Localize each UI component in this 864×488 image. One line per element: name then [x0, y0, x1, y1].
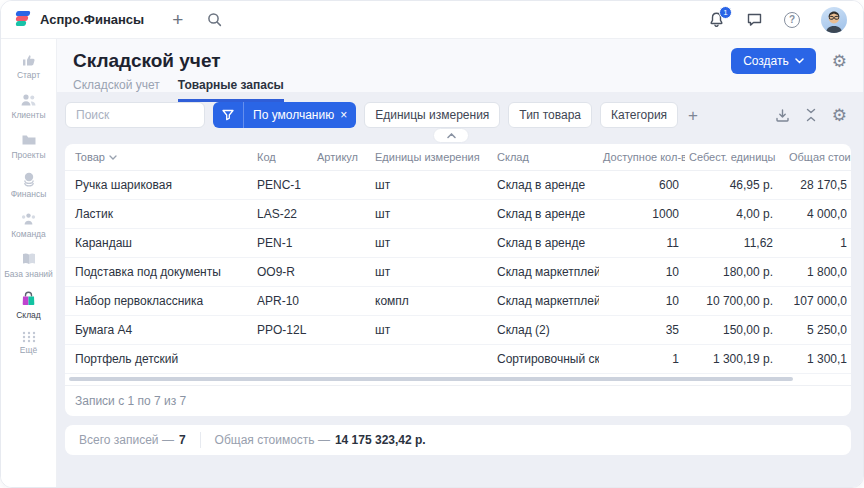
sidebar-item-knowledge-base[interactable]: База знаний	[2, 246, 56, 286]
table-row[interactable]: Подставка под документы OO9-R шт Склад м…	[65, 258, 851, 287]
chat-icon[interactable]	[746, 11, 763, 28]
cell-unit-cost: 11,62	[685, 236, 779, 250]
sidebar-item-label: Ещё	[20, 346, 37, 356]
col-product[interactable]: Товар	[65, 151, 247, 163]
scrollbar-thumb[interactable]	[69, 377, 793, 381]
sidebar-item-label: Клиенты	[11, 111, 45, 121]
table-row[interactable]: Ручка шариковая PENC-1 шт Склад в аренде…	[65, 171, 851, 200]
add-icon[interactable]: +	[172, 10, 183, 29]
col-available-qty[interactable]: Доступное кол-во	[599, 151, 685, 163]
cell-total: 28 170,5	[779, 178, 851, 192]
cell-unit: компл	[365, 294, 487, 308]
shop-bag-icon	[20, 291, 37, 308]
sort-chevron-icon	[109, 155, 117, 160]
sidebar-item-start[interactable]: Старт	[2, 47, 56, 87]
collapse-rows-icon[interactable]	[805, 108, 817, 122]
sidebar-item-more[interactable]: Ещё	[2, 326, 56, 362]
create-button-label: Создать	[743, 54, 789, 68]
cell-qty: 10	[599, 294, 685, 308]
sidebar-item-projects[interactable]: Проекты	[2, 127, 56, 167]
collapse-filters-button[interactable]	[433, 128, 469, 143]
col-total-cost[interactable]: Общая стоимость	[779, 151, 851, 163]
cell-code: OO9-R	[247, 265, 307, 279]
more-grid-icon	[22, 331, 36, 343]
cell-warehouse: Склад в аренде	[487, 178, 599, 192]
chevron-up-icon	[447, 133, 456, 139]
sidebar-item-team[interactable]: Команда	[2, 206, 56, 246]
cell-product: Подставка под документы	[65, 265, 247, 279]
cell-product: Ручка шариковая	[65, 178, 247, 192]
avatar[interactable]	[821, 7, 847, 33]
cell-code: PPO-12L	[247, 323, 307, 337]
settings-gear-icon[interactable]: ⚙	[832, 53, 847, 70]
cell-unit: шт	[365, 178, 487, 192]
sidebar-item-warehouse[interactable]: Склад	[2, 286, 56, 327]
search-input[interactable]	[65, 102, 205, 128]
table-row[interactable]: Набор первоклассника APR-10 компл Склад …	[65, 287, 851, 316]
page-title: Складской учет	[73, 50, 221, 72]
col-warehouse[interactable]: Склад	[487, 151, 599, 163]
table-row[interactable]: Карандаш PEN-1 шт Склад в аренде 11 11,6…	[65, 229, 851, 258]
cell-total: 5 250,0	[779, 323, 851, 337]
col-article[interactable]: Артикул	[307, 151, 365, 163]
filter-units-button[interactable]: Единицы измерения	[364, 102, 500, 128]
cell-qty: 35	[599, 323, 685, 337]
sidebar-item-label: Проекты	[11, 151, 45, 161]
table-row[interactable]: Ластик LAS-22 шт Склад в аренде 1000 4,0…	[65, 200, 851, 229]
create-button[interactable]: Создать	[731, 48, 816, 74]
coins-icon	[21, 171, 37, 187]
cell-total: 1 800,0	[779, 265, 851, 279]
cell-total: 1	[779, 236, 851, 250]
total-cost-label: Общая стоимость —	[215, 433, 330, 447]
filter-category-button[interactable]: Категория	[600, 102, 678, 128]
cell-product: Карандаш	[65, 236, 247, 250]
help-icon[interactable]: ?	[784, 12, 800, 28]
cell-total: 107 000,0	[779, 294, 851, 308]
table-row[interactable]: Портфель детский Сортировочный скла 1 1 …	[65, 345, 851, 374]
cell-unit-cost: 10 700,00 р.	[685, 294, 779, 308]
col-code[interactable]: Код	[247, 151, 307, 163]
cell-warehouse: Склад маркетплейса	[487, 265, 599, 279]
pagination-status: Записи с 1 по 7 из 7	[65, 385, 851, 416]
cell-warehouse: Склад (2)	[487, 323, 599, 337]
col-unit-cost[interactable]: Себест. единицы	[685, 151, 779, 163]
clients-icon	[20, 92, 37, 108]
book-icon	[21, 251, 37, 267]
download-icon[interactable]	[775, 108, 790, 123]
cell-code: LAS-22	[247, 207, 307, 221]
page-header: Складской учет Создать ⚙ Складской учет …	[57, 39, 863, 92]
search-icon[interactable]	[207, 12, 222, 27]
table-row[interactable]: Бумага А4 PPO-12L шт Склад (2) 35 150,00…	[65, 316, 851, 345]
inventory-table: Товар Код Артикул Единицы измерения Скла…	[65, 144, 851, 416]
sidebar-item-finances[interactable]: Финансы	[2, 166, 56, 206]
cell-unit: шт	[365, 236, 487, 250]
cell-product: Бумага А4	[65, 323, 247, 337]
app-logo-icon	[15, 11, 32, 28]
total-records-value: 7	[179, 433, 186, 447]
horizontal-scrollbar[interactable]	[69, 376, 847, 382]
cell-code: APR-10	[247, 294, 307, 308]
add-filter-icon[interactable]: +	[688, 107, 698, 124]
cell-warehouse: Склад в аренде	[487, 207, 599, 221]
thumbs-up-icon	[21, 52, 37, 68]
filter-product-type-button[interactable]: Тип товара	[508, 102, 592, 128]
main-area: Складской учет Создать ⚙ Складской учет …	[57, 39, 863, 488]
sidebar-item-clients[interactable]: Клиенты	[2, 87, 56, 127]
folder-icon	[21, 132, 37, 148]
cell-unit-cost: 4,00 р.	[685, 207, 779, 221]
cell-qty: 1000	[599, 207, 685, 221]
table-settings-gear-icon[interactable]: ⚙	[832, 107, 847, 124]
notifications-bell-icon[interactable]: 1	[708, 11, 725, 28]
cell-code: PEN-1	[247, 236, 307, 250]
sidebar-item-label: Команда	[11, 230, 46, 240]
remove-filter-icon[interactable]: ×	[340, 108, 356, 122]
col-units[interactable]: Единицы измерения	[365, 151, 487, 163]
topbar: Аспро.Финансы + 1 ?	[1, 1, 863, 39]
funnel-icon[interactable]	[213, 102, 243, 128]
cell-qty: 1	[599, 352, 685, 366]
cell-unit-cost: 180,00 р.	[685, 265, 779, 279]
sidebar-item-label: Старт	[17, 71, 40, 81]
cell-warehouse: Сортировочный скла	[487, 352, 599, 366]
sidebar-item-label: База знаний	[4, 270, 53, 280]
filter-default-chip[interactable]: По умолчанию ×	[213, 102, 356, 128]
